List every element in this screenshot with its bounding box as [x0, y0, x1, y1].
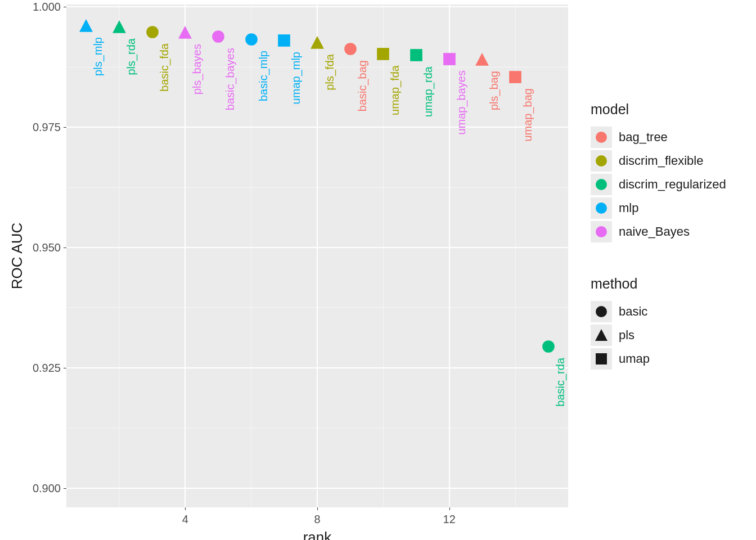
legend-model-item: naive_Bayes [591, 220, 726, 244]
data-point [508, 70, 523, 84]
legend-item-label: discrim_flexible [619, 154, 703, 168]
data-point-label: umap_rda [422, 66, 435, 117]
svg-point-2 [596, 179, 607, 190]
legend-item-label: basic [619, 304, 647, 319]
svg-point-3 [596, 202, 607, 214]
y-tick-label: 0.950 [33, 241, 61, 254]
data-point [541, 339, 556, 354]
legend-item-label: umap [619, 352, 650, 366]
grid-minor-v [119, 4, 119, 507]
svg-rect-14 [278, 34, 290, 47]
legend-swatch-icon [591, 221, 612, 242]
legend-item-label: pls [619, 328, 634, 343]
svg-marker-20 [475, 53, 489, 66]
data-point [475, 52, 489, 67]
grid-major-v [449, 4, 450, 507]
legend-swatch-icon [591, 348, 612, 370]
x-tick [185, 507, 186, 510]
svg-marker-6 [595, 329, 608, 341]
legend-model-item: bag_tree [591, 125, 726, 149]
x-tick-label: 8 [314, 513, 320, 526]
legend-model-item: discrim_regularized [591, 173, 726, 196]
legend-swatch-icon [591, 150, 612, 172]
data-point-label: basic_rda [554, 358, 567, 407]
svg-point-4 [596, 226, 607, 237]
svg-rect-21 [509, 71, 521, 83]
grid-minor-v [383, 4, 384, 507]
data-point-label: basic_bag [356, 60, 369, 111]
data-point [145, 25, 160, 39]
svg-rect-17 [377, 48, 390, 60]
legend-swatch-icon [591, 127, 612, 148]
legend-item-label: bag_tree [619, 130, 668, 145]
data-point [442, 52, 457, 66]
legend-model-item: discrim_flexible [591, 149, 726, 173]
y-tick [64, 7, 66, 7]
data-point-label: umap_bag [521, 88, 534, 142]
svg-point-0 [596, 132, 607, 143]
y-tick-label: 0.925 [33, 361, 61, 374]
legend-item-label: mlp [619, 201, 638, 215]
x-tick [449, 507, 450, 510]
svg-marker-15 [310, 37, 324, 50]
data-point-label: pls_mlp [92, 37, 105, 76]
legend-model: model bag_treediscrim_flexiblediscrim_re… [591, 101, 726, 244]
legend-swatch-icon [591, 197, 612, 219]
svg-rect-7 [596, 353, 607, 364]
svg-point-13 [245, 34, 258, 46]
svg-point-22 [542, 340, 555, 353]
data-point [79, 19, 93, 33]
data-point-label: pls_rda [125, 38, 138, 75]
y-tick [64, 248, 66, 248]
grid-minor-v [251, 4, 251, 507]
x-tick-label: 4 [182, 513, 188, 526]
svg-point-16 [344, 43, 357, 55]
data-point [211, 29, 226, 44]
legend-method: method basicplsumap [591, 276, 650, 371]
svg-point-10 [146, 26, 159, 38]
legend-method-item: basic [591, 300, 650, 323]
legend-method-title: method [591, 276, 650, 292]
legend-method-item: pls [591, 323, 650, 347]
y-axis-title: ROC AUC [8, 223, 26, 289]
svg-rect-19 [443, 53, 456, 65]
svg-marker-11 [178, 26, 192, 39]
data-point [112, 20, 127, 34]
y-tick [64, 127, 66, 128]
legend-method-item: umap [591, 347, 650, 371]
svg-point-12 [212, 30, 224, 43]
svg-point-1 [596, 155, 607, 166]
data-point [244, 32, 259, 47]
data-point [409, 48, 424, 62]
legend-swatch-icon [591, 325, 612, 346]
data-point [343, 42, 358, 56]
data-point-label: basic_bayes [224, 48, 237, 110]
x-axis-title: rank [303, 529, 332, 540]
x-tick [317, 507, 318, 510]
data-point-label: pls_bag [488, 71, 501, 110]
chart-figure: ROC AUC rank model bag_treediscrim_flexi… [0, 0, 756, 540]
y-tick-label: 1.000 [33, 1, 61, 14]
legend-item-label: discrim_regularized [619, 177, 726, 192]
y-tick-label: 0.900 [33, 482, 61, 494]
data-point [376, 47, 390, 61]
y-tick [64, 488, 66, 489]
x-tick-label: 12 [443, 513, 456, 526]
data-point-label: umap_bayes [455, 70, 468, 135]
data-point-label: umap_fda [389, 65, 402, 115]
data-point-label: pls_fda [323, 54, 336, 91]
legend-model-title: model [591, 101, 726, 118]
data-point-label: umap_mlp [290, 52, 303, 104]
legend-item-label: naive_Bayes [619, 224, 690, 239]
data-point-label: basic_mlp [257, 51, 270, 101]
svg-point-5 [596, 306, 607, 317]
grid-major-v [184, 4, 186, 507]
legend-swatch-icon [591, 301, 612, 322]
y-tick [64, 368, 66, 368]
data-point-label: pls_bayes [191, 44, 204, 94]
grid-major-v [317, 4, 318, 507]
data-point [277, 33, 291, 48]
legend-model-item: mlp [591, 196, 726, 220]
data-point [178, 25, 192, 40]
legend-swatch-icon [591, 174, 612, 195]
